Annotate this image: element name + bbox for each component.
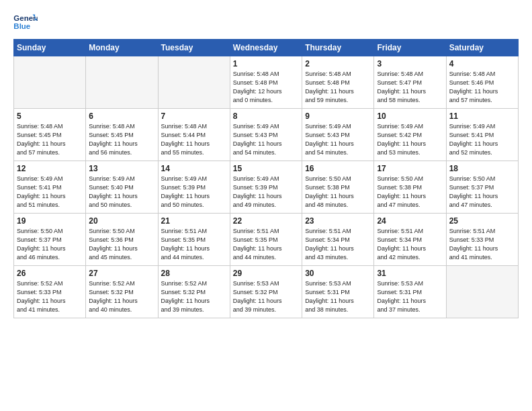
day-detail: Sunrise: 5:51 AM Sunset: 5:34 PM Dayligh… xyxy=(305,227,371,262)
calendar-cell: 6Sunrise: 5:48 AM Sunset: 5:45 PM Daylig… xyxy=(86,109,158,161)
day-detail: Sunrise: 5:49 AM Sunset: 5:41 PM Dayligh… xyxy=(17,175,83,210)
calendar-week-row: 5Sunrise: 5:48 AM Sunset: 5:45 PM Daylig… xyxy=(14,109,519,161)
day-detail: Sunrise: 5:52 AM Sunset: 5:32 PM Dayligh… xyxy=(161,279,227,314)
svg-text:Blue: Blue xyxy=(13,22,30,30)
day-detail: Sunrise: 5:49 AM Sunset: 5:43 PM Dayligh… xyxy=(305,122,371,157)
day-number: 15 xyxy=(233,164,299,173)
calendar-cell: 2Sunrise: 5:48 AM Sunset: 5:48 PM Daylig… xyxy=(302,56,374,109)
calendar-week-row: 26Sunrise: 5:52 AM Sunset: 5:33 PM Dayli… xyxy=(14,266,519,318)
calendar-cell: 12Sunrise: 5:49 AM Sunset: 5:41 PM Dayli… xyxy=(14,161,86,214)
calendar-cell: 10Sunrise: 5:49 AM Sunset: 5:42 PM Dayli… xyxy=(374,109,446,161)
weekday-header: Monday xyxy=(86,40,158,56)
day-detail: Sunrise: 5:51 AM Sunset: 5:34 PM Dayligh… xyxy=(377,227,443,262)
calendar-cell: 28Sunrise: 5:52 AM Sunset: 5:32 PM Dayli… xyxy=(158,266,230,318)
calendar-cell: 13Sunrise: 5:49 AM Sunset: 5:40 PM Dayli… xyxy=(86,161,158,214)
calendar-cell: 19Sunrise: 5:50 AM Sunset: 5:37 PM Dayli… xyxy=(14,214,86,266)
weekday-header: Sunday xyxy=(14,40,86,56)
day-detail: Sunrise: 5:48 AM Sunset: 5:47 PM Dayligh… xyxy=(377,70,443,105)
day-detail: Sunrise: 5:52 AM Sunset: 5:32 PM Dayligh… xyxy=(89,279,154,314)
day-number: 17 xyxy=(377,164,443,173)
day-detail: Sunrise: 5:50 AM Sunset: 5:36 PM Dayligh… xyxy=(89,227,154,262)
day-number: 31 xyxy=(377,269,443,278)
calendar-cell xyxy=(158,56,230,109)
day-number: 18 xyxy=(449,164,515,173)
weekday-header-row: SundayMondayTuesdayWednesdayThursdayFrid… xyxy=(14,40,519,56)
day-number: 16 xyxy=(305,164,371,173)
calendar: SundayMondayTuesdayWednesdayThursdayFrid… xyxy=(13,39,519,318)
calendar-cell: 17Sunrise: 5:50 AM Sunset: 5:38 PM Dayli… xyxy=(374,161,446,214)
calendar-cell: 5Sunrise: 5:48 AM Sunset: 5:45 PM Daylig… xyxy=(14,109,86,161)
day-number: 8 xyxy=(233,111,299,121)
calendar-cell: 16Sunrise: 5:50 AM Sunset: 5:38 PM Dayli… xyxy=(302,161,374,214)
day-detail: Sunrise: 5:49 AM Sunset: 5:43 PM Dayligh… xyxy=(233,122,299,157)
calendar-cell: 4Sunrise: 5:48 AM Sunset: 5:46 PM Daylig… xyxy=(446,56,518,109)
calendar-cell: 22Sunrise: 5:51 AM Sunset: 5:35 PM Dayli… xyxy=(230,214,302,266)
calendar-cell: 27Sunrise: 5:52 AM Sunset: 5:32 PM Dayli… xyxy=(86,266,158,318)
calendar-cell xyxy=(446,266,518,318)
day-number: 9 xyxy=(305,111,371,121)
calendar-cell xyxy=(86,56,158,109)
day-number: 29 xyxy=(233,269,299,278)
calendar-cell: 24Sunrise: 5:51 AM Sunset: 5:34 PM Dayli… xyxy=(374,214,446,266)
calendar-cell: 7Sunrise: 5:48 AM Sunset: 5:44 PM Daylig… xyxy=(158,109,230,161)
day-number: 4 xyxy=(449,59,515,68)
day-detail: Sunrise: 5:48 AM Sunset: 5:44 PM Dayligh… xyxy=(161,122,227,157)
weekday-header: Thursday xyxy=(302,40,374,56)
day-detail: Sunrise: 5:48 AM Sunset: 5:48 PM Dayligh… xyxy=(233,70,299,105)
day-detail: Sunrise: 5:49 AM Sunset: 5:39 PM Dayligh… xyxy=(161,175,227,210)
day-detail: Sunrise: 5:52 AM Sunset: 5:33 PM Dayligh… xyxy=(17,279,83,314)
calendar-cell: 8Sunrise: 5:49 AM Sunset: 5:43 PM Daylig… xyxy=(230,109,302,161)
day-number: 28 xyxy=(161,269,227,278)
calendar-cell: 18Sunrise: 5:50 AM Sunset: 5:37 PM Dayli… xyxy=(446,161,518,214)
day-number: 1 xyxy=(233,59,299,68)
day-number: 6 xyxy=(89,111,154,121)
header: General Blue xyxy=(13,12,519,32)
day-number: 26 xyxy=(17,269,83,278)
day-number: 11 xyxy=(449,111,515,121)
calendar-cell: 20Sunrise: 5:50 AM Sunset: 5:36 PM Dayli… xyxy=(86,214,158,266)
day-number: 19 xyxy=(17,216,83,226)
day-number: 27 xyxy=(89,269,154,278)
day-number: 5 xyxy=(17,111,83,121)
calendar-cell: 14Sunrise: 5:49 AM Sunset: 5:39 PM Dayli… xyxy=(158,161,230,214)
day-number: 23 xyxy=(305,216,371,226)
day-number: 14 xyxy=(161,164,227,173)
day-detail: Sunrise: 5:50 AM Sunset: 5:37 PM Dayligh… xyxy=(17,227,83,262)
day-number: 13 xyxy=(89,164,154,173)
page: General Blue SundayMondayTuesdayWednesda… xyxy=(0,0,532,411)
day-detail: Sunrise: 5:49 AM Sunset: 5:41 PM Dayligh… xyxy=(449,122,515,157)
calendar-week-row: 1Sunrise: 5:48 AM Sunset: 5:48 PM Daylig… xyxy=(14,56,519,109)
day-detail: Sunrise: 5:48 AM Sunset: 5:45 PM Dayligh… xyxy=(17,122,83,157)
calendar-cell: 25Sunrise: 5:51 AM Sunset: 5:33 PM Dayli… xyxy=(446,214,518,266)
day-detail: Sunrise: 5:48 AM Sunset: 5:45 PM Dayligh… xyxy=(89,122,154,157)
day-detail: Sunrise: 5:51 AM Sunset: 5:33 PM Dayligh… xyxy=(449,227,515,262)
day-detail: Sunrise: 5:49 AM Sunset: 5:39 PM Dayligh… xyxy=(233,175,299,210)
calendar-cell: 30Sunrise: 5:53 AM Sunset: 5:31 PM Dayli… xyxy=(302,266,374,318)
calendar-week-row: 19Sunrise: 5:50 AM Sunset: 5:37 PM Dayli… xyxy=(14,214,519,266)
day-detail: Sunrise: 5:50 AM Sunset: 5:38 PM Dayligh… xyxy=(305,175,371,210)
calendar-cell: 29Sunrise: 5:53 AM Sunset: 5:32 PM Dayli… xyxy=(230,266,302,318)
logo: General Blue xyxy=(13,12,38,32)
day-number: 10 xyxy=(377,111,443,121)
day-detail: Sunrise: 5:49 AM Sunset: 5:42 PM Dayligh… xyxy=(377,122,443,157)
day-detail: Sunrise: 5:48 AM Sunset: 5:48 PM Dayligh… xyxy=(305,70,371,105)
weekday-header: Wednesday xyxy=(230,40,302,56)
weekday-header: Saturday xyxy=(446,40,518,56)
day-number: 12 xyxy=(17,164,83,173)
day-detail: Sunrise: 5:51 AM Sunset: 5:35 PM Dayligh… xyxy=(233,227,299,262)
calendar-cell: 15Sunrise: 5:49 AM Sunset: 5:39 PM Dayli… xyxy=(230,161,302,214)
calendar-cell: 26Sunrise: 5:52 AM Sunset: 5:33 PM Dayli… xyxy=(14,266,86,318)
day-number: 3 xyxy=(377,59,443,68)
day-detail: Sunrise: 5:50 AM Sunset: 5:38 PM Dayligh… xyxy=(377,175,443,210)
day-number: 7 xyxy=(161,111,227,121)
day-detail: Sunrise: 5:53 AM Sunset: 5:31 PM Dayligh… xyxy=(305,279,371,314)
day-detail: Sunrise: 5:50 AM Sunset: 5:37 PM Dayligh… xyxy=(449,175,515,210)
weekday-header: Friday xyxy=(374,40,446,56)
day-number: 24 xyxy=(377,216,443,226)
day-number: 25 xyxy=(449,216,515,226)
day-number: 22 xyxy=(233,216,299,226)
day-number: 30 xyxy=(305,269,371,278)
calendar-cell: 9Sunrise: 5:49 AM Sunset: 5:43 PM Daylig… xyxy=(302,109,374,161)
logo-icon: General Blue xyxy=(13,12,38,32)
calendar-cell: 11Sunrise: 5:49 AM Sunset: 5:41 PM Dayli… xyxy=(446,109,518,161)
